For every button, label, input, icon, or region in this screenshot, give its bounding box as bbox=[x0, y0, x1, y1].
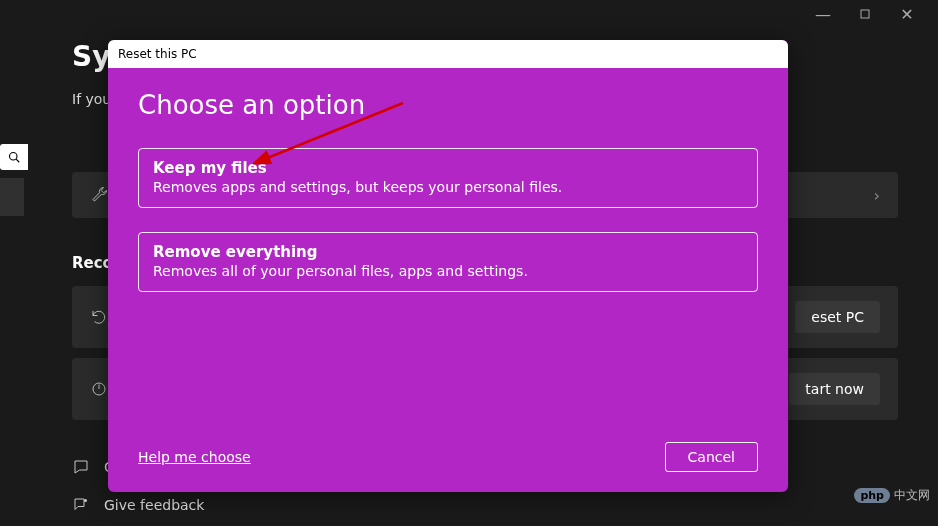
svg-point-4 bbox=[84, 499, 87, 502]
chevron-right-icon: › bbox=[874, 186, 880, 205]
help-me-choose-link[interactable]: Help me choose bbox=[138, 449, 251, 465]
option-desc: Removes all of your personal files, apps… bbox=[153, 263, 743, 279]
give-feedback-link[interactable]: Give feedback bbox=[72, 496, 204, 514]
window-title-bar: — ✕ bbox=[0, 0, 938, 28]
reset-pc-button[interactable]: eset PC bbox=[795, 301, 880, 333]
restart-now-button[interactable]: tart now bbox=[789, 373, 880, 405]
option-keep-my-files[interactable]: Keep my files Removes apps and settings,… bbox=[138, 148, 758, 208]
cancel-button[interactable]: Cancel bbox=[665, 442, 758, 472]
feedback-icon bbox=[72, 496, 90, 514]
search-button[interactable] bbox=[0, 144, 28, 170]
maximize-icon[interactable] bbox=[858, 7, 872, 21]
reset-pc-dialog: Reset this PC Choose an option Keep my f… bbox=[108, 40, 788, 492]
option-title: Remove everything bbox=[153, 243, 743, 261]
dialog-titlebar: Reset this PC bbox=[108, 40, 788, 68]
close-icon[interactable]: ✕ bbox=[900, 7, 914, 21]
wrench-icon bbox=[90, 186, 108, 204]
svg-rect-0 bbox=[861, 10, 869, 18]
reset-icon bbox=[90, 308, 108, 326]
svg-point-1 bbox=[10, 153, 18, 161]
chat-icon bbox=[72, 458, 90, 476]
option-title: Keep my files bbox=[153, 159, 743, 177]
minimize-icon[interactable]: — bbox=[816, 7, 830, 21]
dialog-heading: Choose an option bbox=[138, 90, 758, 120]
nav-indicator bbox=[0, 178, 24, 216]
svg-line-2 bbox=[16, 159, 19, 162]
power-gear-icon bbox=[90, 380, 108, 398]
watermark: php 中文网 bbox=[854, 487, 930, 504]
php-logo: php bbox=[854, 488, 890, 503]
option-remove-everything[interactable]: Remove everything Removes all of your pe… bbox=[138, 232, 758, 292]
give-feedback-label: Give feedback bbox=[104, 497, 204, 513]
option-desc: Removes apps and settings, but keeps you… bbox=[153, 179, 743, 195]
watermark-text: 中文网 bbox=[894, 487, 930, 504]
